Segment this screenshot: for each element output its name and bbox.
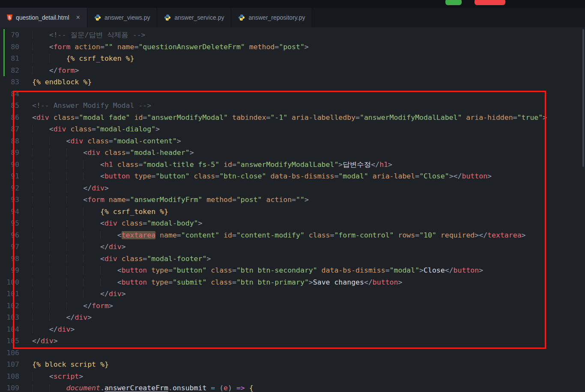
line-number: 94 (0, 206, 19, 218)
code-line[interactable]: 86<div class="modal fade" id="answerModi… (0, 112, 585, 124)
line-number: 105 (0, 335, 19, 347)
code-text: </form> (32, 300, 113, 312)
code-line[interactable]: 82 </form> (0, 65, 585, 77)
python-icon (164, 14, 171, 21)
line-number: 81 (0, 53, 19, 65)
line-number: 88 (0, 135, 19, 147)
code-line[interactable]: 97 </div> (0, 241, 585, 253)
line-number: 84 (0, 88, 19, 100)
line-number: 95 (0, 217, 19, 229)
code-line[interactable]: 107{% block script %} (0, 359, 585, 371)
code-line[interactable]: 81 {% csrf_token %} (0, 53, 585, 65)
line-number: 91 (0, 170, 19, 182)
code-text: <form action="" name="questionAnswerDele… (32, 41, 309, 53)
title-bar (0, 0, 585, 8)
code-text: </div> (32, 241, 126, 253)
code-line[interactable]: 96 <textarea name="content" id="content-… (0, 229, 585, 241)
tab-question_detail.html[interactable]: 5question_detail.html× (0, 8, 87, 27)
line-number: 99 (0, 264, 19, 276)
code-line[interactable]: 98 <div class="modal-footer"> (0, 253, 585, 265)
line-number: 103 (0, 312, 19, 324)
code-line[interactable]: 95 <div class="modal-body"> (0, 217, 585, 229)
code-line[interactable]: 101 </div> (0, 288, 585, 300)
tab-bar: 5question_detail.html×answer_views.pyans… (0, 8, 585, 27)
code-line[interactable]: 109 document.answerCreateFrm.onsubmit = … (0, 382, 585, 392)
python-icon (238, 14, 245, 21)
tab-close-button[interactable]: × (76, 14, 80, 21)
line-number: 104 (0, 324, 19, 336)
code-line[interactable]: 103 </div> (0, 312, 585, 324)
code-line[interactable]: 84 (0, 88, 585, 100)
code-line[interactable]: 94 {% csrf_token %} (0, 206, 585, 218)
line-number: 80 (0, 41, 19, 53)
line-number: 86 (0, 112, 19, 124)
tab-label: answer_service.py (174, 14, 224, 21)
code-text: <div class="modal-dialog"> (32, 123, 160, 135)
scrollbar-thumb[interactable] (582, 29, 584, 167)
code-text: <div class="modal-body"> (32, 217, 202, 229)
code-text: <textarea name="content" id="content-mod… (32, 229, 526, 241)
code-text: {% block script %} (32, 359, 109, 371)
code-line[interactable]: 100 <button type="submit" class="btn btn… (0, 276, 585, 288)
code-text: <h1 class="modal-title fs-5" id="answerM… (32, 159, 392, 171)
line-number: 106 (0, 347, 19, 359)
code-text: <!-- Answer Modify Modal --> (32, 100, 151, 112)
code-line[interactable]: 102 </form> (0, 300, 585, 312)
line-number: 101 (0, 288, 19, 300)
run-button[interactable] (445, 0, 462, 5)
line-number: 109 (0, 382, 19, 392)
tab-answer_service.py[interactable]: answer_service.py (157, 8, 231, 27)
code-line[interactable]: 104 </div> (0, 324, 585, 336)
git-change-marker (3, 29, 5, 41)
line-number: 96 (0, 229, 19, 241)
line-number: 90 (0, 159, 19, 171)
code-text: <form name="answerModifyFrm" method="pos… (32, 194, 309, 206)
code-line[interactable]: 106 (0, 347, 585, 359)
stop-button[interactable] (475, 0, 505, 5)
tab-answer_views.py[interactable]: answer_views.py (87, 8, 158, 27)
code-text: <button type="submit" class="btn btn-pri… (32, 276, 402, 288)
code-text: {% endblock %} (32, 76, 92, 88)
editor-pane[interactable]: 79 <!-- 질문/답변 삭제폼 -->80 <form action="" … (0, 27, 585, 392)
line-number: 79 (0, 29, 19, 41)
code-text: <button type="button" class="btn-close" … (32, 170, 492, 182)
code-text: <script> (32, 371, 83, 383)
code-line[interactable]: 89 <div class="modal-header"> (0, 147, 585, 159)
code-line[interactable]: 93 <form name="answerModifyFrm" method="… (0, 194, 585, 206)
line-number: 93 (0, 194, 19, 206)
tab-label: answer_views.py (104, 14, 150, 21)
code-line[interactable]: 91 <button type="button" class="btn-clos… (0, 170, 585, 182)
code-text: </div> (32, 312, 92, 324)
code-area: 79 <!-- 질문/답변 삭제폼 -->80 <form action="" … (0, 29, 585, 392)
line-number: 83 (0, 76, 19, 88)
code-line[interactable]: 87 <div class="modal-dialog"> (0, 123, 585, 135)
python-icon (94, 14, 101, 21)
line-number: 82 (0, 65, 19, 77)
tab-answer_repository.py[interactable]: answer_repository.py (231, 8, 312, 27)
code-text: document.answerCreateFrm.onsubmit = (e) … (32, 382, 254, 392)
code-text: {% csrf_token %} (32, 206, 168, 218)
line-number: 108 (0, 371, 19, 383)
code-line[interactable]: 108 <script> (0, 371, 585, 383)
code-line[interactable]: 85<!-- Answer Modify Modal --> (0, 100, 585, 112)
code-line[interactable]: 105</div> (0, 335, 585, 347)
code-line[interactable]: 80 <form action="" name="questionAnswerD… (0, 41, 585, 53)
code-text: </div> (32, 182, 109, 194)
line-number: 87 (0, 123, 19, 135)
git-change-marker (3, 41, 5, 53)
code-line[interactable]: 79 <!-- 질문/답변 삭제폼 --> (0, 29, 585, 41)
line-number: 98 (0, 253, 19, 265)
code-line[interactable]: 92 </div> (0, 182, 585, 194)
line-number: 89 (0, 147, 19, 159)
code-line[interactable]: 90 <h1 class="modal-title fs-5" id="answ… (0, 159, 585, 171)
code-text: </div> (32, 335, 58, 347)
code-text: <div class="modal-footer"> (32, 253, 211, 265)
git-change-marker (3, 53, 5, 65)
code-line[interactable]: 99 <button type="button" class="btn btn-… (0, 264, 585, 276)
code-text: <div class="modal fade" id="answerModify… (32, 112, 547, 124)
code-text: <div class="modal-header"> (32, 147, 194, 159)
code-line[interactable]: 83{% endblock %} (0, 76, 585, 88)
code-line[interactable]: 88 <div class="modal-content"> (0, 135, 585, 147)
code-text: <button type="button" class="btn btn-sec… (32, 264, 483, 276)
git-change-marker (3, 65, 5, 77)
